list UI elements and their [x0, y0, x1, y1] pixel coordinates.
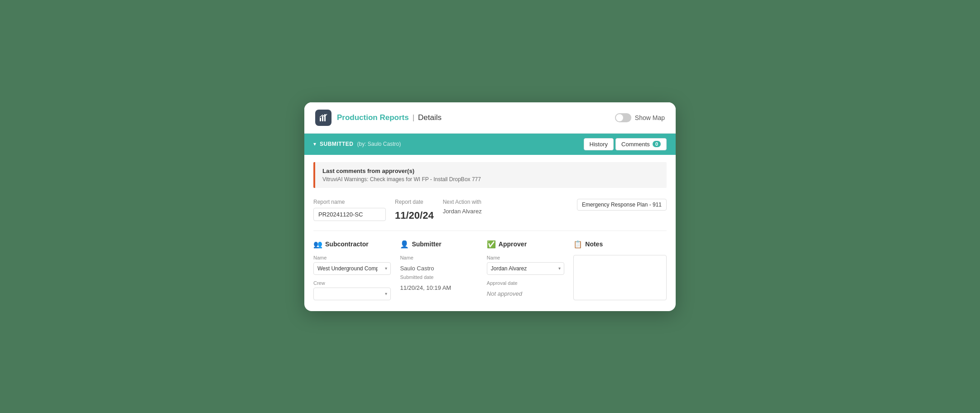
approver-icon: ✅ [487, 240, 496, 249]
report-date-group: Report date 11/20/24 [395, 199, 434, 223]
submitter-icon: 👤 [400, 240, 409, 249]
subcontractor-section: 👥 Subcontractor Name West Underground Co… [313, 240, 391, 302]
comment-text: VitruviAI Warnings: Check images for WI … [322, 176, 659, 182]
notes-label: Notes [585, 240, 603, 248]
notes-icon: 📋 [573, 240, 582, 249]
subcontractor-name-select-wrapper[interactable]: West Underground Compa... [313, 262, 391, 275]
header-right: Show Map [615, 113, 665, 122]
notes-textarea[interactable] [573, 255, 667, 300]
approval-date-label: Approval date [487, 280, 564, 286]
subcontractor-name-label: Name [313, 255, 391, 260]
title-divider: | [413, 113, 414, 122]
next-action-group: Next Action with Jordan Alvarez [443, 199, 482, 215]
show-map-toggle[interactable] [615, 113, 631, 122]
subcontractor-header: 👥 Subcontractor [313, 240, 391, 249]
comment-section: Last comments from approver(s) VitruviAI… [313, 162, 667, 188]
crew-select[interactable] [313, 288, 391, 300]
approver-section: ✅ Approver Name Jordan Alvarez Approval … [487, 240, 564, 302]
submitter-name-value: Saulo Castro [400, 262, 477, 274]
chevron-down-icon[interactable]: ▾ [313, 141, 316, 147]
report-name-input[interactable] [313, 208, 386, 221]
submitter-header: 👤 Submitter [400, 240, 477, 249]
status-bar: ▾ SUBMITTED (by: Saulo Castro) History C… [304, 134, 676, 155]
report-date-value: 11/20/24 [395, 208, 434, 223]
header-title: Production Reports | Details [337, 113, 442, 122]
report-name-label: Report name [313, 199, 386, 205]
subcontractor-name-select[interactable]: West Underground Compa... [313, 262, 391, 275]
approval-date-value: Not approved [487, 288, 564, 300]
sections-row: 👥 Subcontractor Name West Underground Co… [313, 240, 667, 302]
main-card: Production Reports | Details Show Map ▾ … [304, 102, 676, 311]
next-action-value: Jordan Alvarez [443, 208, 482, 215]
comments-badge: 0 [653, 141, 661, 147]
crew-label: Crew [313, 280, 391, 286]
crew-select-wrapper[interactable] [313, 288, 391, 300]
card-body: Last comments from approver(s) VitruviAI… [304, 162, 676, 311]
submitted-date-label: Submitted date [400, 274, 477, 280]
next-action-label: Next Action with [443, 199, 482, 205]
svg-rect-0 [320, 118, 321, 121]
history-button[interactable]: History [584, 138, 614, 150]
approver-label: Approver [499, 240, 527, 248]
form-row-top: Report name Report date 11/20/24 Next Ac… [313, 199, 667, 231]
approver-name-label: Name [487, 255, 564, 260]
status-buttons: History Comments 0 [584, 138, 667, 150]
submitter-label: Submitter [412, 240, 441, 248]
emergency-tag-button[interactable]: Emergency Response Plan - 911 [577, 199, 667, 211]
production-reports-link[interactable]: Production Reports [337, 113, 409, 122]
header-left: Production Reports | Details [315, 110, 442, 126]
status-left: ▾ SUBMITTED (by: Saulo Castro) [313, 141, 401, 147]
status-by: (by: Saulo Castro) [357, 141, 401, 147]
submitter-section: 👤 Submitter Name Saulo Castro Submitted … [400, 240, 477, 302]
form-section: Report name Report date 11/20/24 Next Ac… [304, 195, 676, 311]
report-date-label: Report date [395, 199, 434, 205]
approver-name-select[interactable]: Jordan Alvarez [487, 262, 564, 275]
svg-rect-1 [322, 116, 323, 121]
comments-label: Comments [621, 141, 650, 148]
approver-name-select-wrapper[interactable]: Jordan Alvarez [487, 262, 564, 275]
comments-button[interactable]: Comments 0 [615, 138, 667, 150]
details-label: Details [418, 113, 442, 122]
notes-header: 📋 Notes [573, 240, 667, 249]
subcontractor-icon: 👥 [313, 240, 322, 249]
submitter-name-label: Name [400, 255, 477, 260]
app-icon [315, 110, 331, 126]
show-map-label: Show Map [635, 114, 665, 121]
comment-title: Last comments from approver(s) [322, 168, 659, 174]
subcontractor-label: Subcontractor [325, 240, 369, 248]
status-label: SUBMITTED [320, 141, 354, 147]
notes-section: 📋 Notes [573, 240, 667, 302]
submitted-date-value: 11/20/24, 10:19 AM [400, 282, 477, 294]
report-name-group: Report name [313, 199, 386, 221]
card-header: Production Reports | Details Show Map [304, 102, 676, 134]
approver-header: ✅ Approver [487, 240, 564, 249]
